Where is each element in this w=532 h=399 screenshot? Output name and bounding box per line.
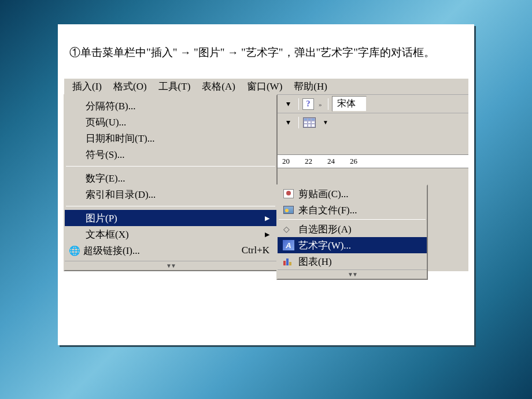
blank-icon bbox=[69, 132, 82, 144]
insert-table-icon[interactable] bbox=[302, 116, 316, 130]
wordart-icon: A bbox=[282, 239, 295, 251]
menu-expand-chevron-icon[interactable]: ▼▼ bbox=[278, 269, 427, 279]
menu-label-indextoc: 索引和目录(D)... bbox=[86, 188, 269, 201]
autoshapes-icon bbox=[282, 223, 295, 235]
submenu-label-fromfile: 来自文件(F)... bbox=[298, 204, 420, 217]
submenu-label-autoshapes: 自选图形(A) bbox=[298, 223, 420, 236]
blank-icon bbox=[69, 116, 82, 128]
menu-label-pagenumber: 页码(U)... bbox=[86, 116, 269, 129]
toolbar-row-2: ▾ ▼ bbox=[278, 113, 468, 131]
menu-divider bbox=[66, 166, 275, 167]
submenu-arrow-icon: ▶ bbox=[265, 231, 269, 238]
menu-item-textbox[interactable]: 文本框(X) ▶ bbox=[65, 226, 276, 242]
menu-item-date-time[interactable]: 日期和时间(T)... bbox=[65, 130, 276, 146]
insert-dropdown-menu: 分隔符(B)... 页码(U)... 日期和时间(T)... 符号(S)... bbox=[64, 94, 278, 271]
from-file-icon bbox=[282, 204, 295, 216]
blank-icon bbox=[69, 228, 82, 240]
menu-label-number: 数字(E)... bbox=[86, 172, 269, 185]
submenu-label-wordart: 艺术字(W)... bbox=[298, 239, 420, 252]
menu-item-separator[interactable]: 分隔符(B)... bbox=[65, 98, 276, 114]
menu-item-picture[interactable]: 图片(P) ▶ bbox=[65, 210, 276, 226]
slide-content: ①单击菜单栏中"插入" → "图片" → "艺术字"，弹出"艺术字"字库的对话框… bbox=[58, 24, 474, 345]
menu-help[interactable]: 帮助(H) bbox=[290, 79, 331, 94]
menu-item-hyperlink[interactable]: 🌐 超级链接(I)... Ctrl+K bbox=[65, 242, 276, 258]
toolbar-separator bbox=[298, 98, 299, 110]
menu-label-textbox: 文本框(X) bbox=[86, 228, 265, 241]
blank-icon bbox=[69, 149, 82, 160]
blank-icon bbox=[69, 189, 82, 200]
menu-item-number[interactable]: 数字(E)... bbox=[65, 170, 276, 186]
menu-table[interactable]: 表格(A) bbox=[198, 79, 239, 94]
menu-window[interactable]: 窗口(W) bbox=[243, 79, 286, 94]
blank-icon bbox=[69, 172, 82, 184]
submenu-item-autoshapes[interactable]: 自选图形(A) bbox=[278, 221, 427, 237]
submenu-item-clipart[interactable]: 剪贴画(C)... bbox=[278, 186, 427, 202]
blank-icon bbox=[69, 100, 82, 112]
ruler-mark: 26 bbox=[350, 157, 357, 166]
menu-label-hyperlink: 超级链接(I)... bbox=[83, 244, 230, 257]
menu-divider bbox=[66, 206, 275, 206]
submenu-label-clipart: 剪贴画(C)... bbox=[298, 187, 420, 201]
menu-item-symbol[interactable]: 符号(S)... bbox=[65, 146, 276, 162]
blank-icon bbox=[69, 212, 82, 224]
font-name-selector[interactable]: 宋体 bbox=[332, 96, 367, 112]
menu-format[interactable]: 格式(O) bbox=[110, 79, 150, 94]
dropdown-icon[interactable]: ▾ bbox=[281, 116, 295, 130]
menubar: 插入(I) 格式(O) 工具(T) 表格(A) 窗口(W) 帮助(H) bbox=[64, 78, 468, 94]
ruler-mark: 20 bbox=[282, 157, 290, 166]
clipart-icon bbox=[282, 188, 295, 200]
menu-divider bbox=[279, 219, 426, 220]
menu-item-page-number[interactable]: 页码(U)... bbox=[65, 114, 276, 130]
submenu-arrow-icon: ▶ bbox=[265, 215, 269, 222]
menu-insert[interactable]: 插入(I) bbox=[69, 79, 105, 94]
submenu-item-wordart[interactable]: A 艺术字(W)... bbox=[278, 237, 427, 253]
menu-label-symbol: 符号(S)... bbox=[86, 148, 269, 161]
picture-submenu: 剪贴画(C)... 来自文件(F)... 自选图形(A) A 艺术字(W)...… bbox=[276, 184, 428, 280]
instruction-text: ①单击菜单栏中"插入" → "图片" → "艺术字"，弹出"艺术字"字库的对话框… bbox=[58, 24, 474, 78]
ruler: 20 22 24 26 bbox=[278, 154, 468, 168]
ruler-mark: 22 bbox=[305, 157, 312, 166]
menu-tools[interactable]: 工具(T) bbox=[155, 79, 194, 94]
menu-label-separator: 分隔符(B)... bbox=[86, 99, 269, 113]
menu-label-datetime: 日期和时间(T)... bbox=[86, 132, 269, 145]
submenu-item-chart[interactable]: 图表(H) bbox=[278, 253, 427, 269]
dropdown-arrow-icon[interactable]: ▼ bbox=[319, 116, 332, 130]
menu-shortcut-hyperlink: Ctrl+K bbox=[230, 245, 269, 256]
submenu-label-chart: 图表(H) bbox=[298, 255, 420, 268]
dropdown-icon[interactable]: ▾ bbox=[281, 97, 295, 111]
help-icon[interactable]: ? bbox=[302, 98, 314, 110]
menu-item-index-toc[interactable]: 索引和目录(D)... bbox=[65, 186, 276, 202]
toolbar-overflow-icon[interactable]: » bbox=[316, 101, 324, 108]
menu-expand-chevron-icon[interactable]: ▼▼ bbox=[65, 261, 276, 270]
word-screenshot: 插入(I) 格式(O) 工具(T) 表格(A) 窗口(W) 帮助(H) 分隔符(… bbox=[64, 78, 468, 271]
menu-label-picture: 图片(P) bbox=[86, 212, 265, 225]
submenu-item-from-file[interactable]: 来自文件(F)... bbox=[278, 202, 427, 218]
hyperlink-icon: 🌐 bbox=[69, 246, 80, 255]
toolbar-separator bbox=[328, 98, 328, 110]
toolbar-row-1: ▾ ? » 宋体 bbox=[278, 94, 468, 113]
toolbar-separator bbox=[298, 117, 299, 128]
chart-icon bbox=[282, 256, 295, 267]
ruler-mark: 24 bbox=[327, 157, 335, 166]
